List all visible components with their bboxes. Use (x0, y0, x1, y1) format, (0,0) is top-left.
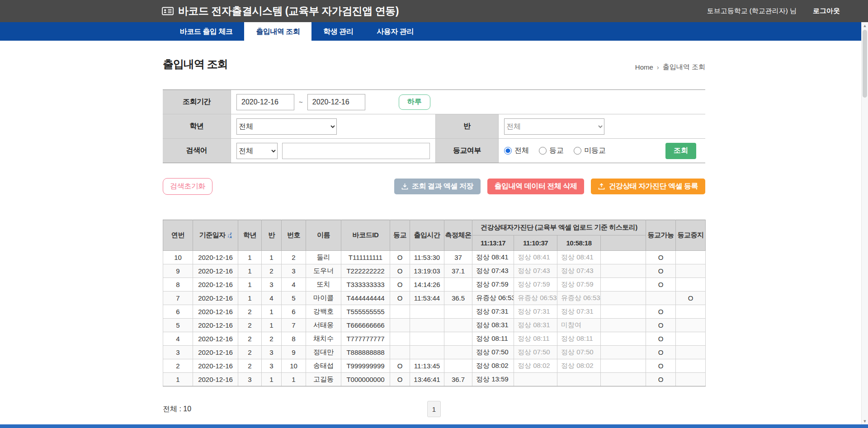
tab-access-history[interactable]: 출입내역 조회 (244, 22, 311, 41)
tab-student-mgmt[interactable]: 학생 관리 (311, 22, 365, 41)
cell-hist-2: 정상 07:43 (514, 264, 557, 278)
cell-no: 8 (163, 278, 193, 292)
cell-temp: 36.7 (444, 373, 472, 386)
health-excel-upload-button[interactable]: 건강상태 자가진단 엑셀 등록 (591, 179, 705, 194)
col-header-can-attend: 등교가능 (646, 220, 676, 251)
attendance-radio-present[interactable] (539, 147, 547, 155)
cell-hist-2: 유증상 06:53 (514, 292, 557, 305)
attendance-option-absent[interactable]: 미등교 (574, 146, 606, 155)
cell-barcode: T000000000 (341, 373, 390, 386)
cell-barcode: T666666666 (341, 319, 390, 332)
cell-grade: 1 (238, 278, 262, 292)
cell-no: 7 (163, 292, 193, 305)
cell-stop-attend (676, 373, 706, 386)
cell-hist-4 (601, 305, 646, 319)
logout-button[interactable]: 로그아웃 (813, 7, 840, 15)
cell-attend: O (390, 278, 410, 292)
cell-stop-attend (676, 346, 706, 359)
cell-grade: 3 (238, 373, 262, 386)
cell-class: 3 (262, 359, 282, 373)
scrollbar-down-arrow[interactable]: ▼ (862, 418, 868, 424)
cell-date: 2020-12-16 (193, 346, 238, 359)
cell-hist-3: 정상 08:02 (557, 359, 601, 373)
col-header-grade[interactable]: 학년 (238, 220, 262, 251)
cell-num: 1 (282, 373, 306, 386)
cell-name: 또치 (306, 278, 341, 292)
cell-hist-3: 미참여 (557, 319, 601, 332)
keyword-field: 전체 (231, 139, 435, 163)
scrollbar-thumb[interactable] (863, 30, 867, 98)
cell-num: 9 (282, 346, 306, 359)
pagination-page-1[interactable]: 1 (427, 401, 441, 417)
period-field: ~ 하루 (231, 90, 705, 114)
cell-name: 도우너 (306, 264, 341, 278)
cell-temp (444, 319, 472, 332)
cell-name: 고길동 (306, 373, 341, 386)
cell-hist-3: 정상 08:11 (557, 332, 601, 346)
download-icon (401, 183, 408, 190)
keyword-input[interactable] (282, 143, 430, 159)
attendance-radio-all[interactable] (504, 147, 512, 155)
scrollbar[interactable]: ▲ ▼ (861, 22, 868, 428)
cell-no: 4 (163, 332, 193, 346)
col-header-no: 연번 (163, 220, 193, 251)
cell-class: 3 (262, 278, 282, 292)
attendance-field: 전체 등교 미등교 조회 (499, 139, 705, 163)
cell-grade: 1 (238, 251, 262, 264)
attendance-option-present[interactable]: 등교 (539, 146, 564, 155)
keyword-type-select[interactable]: 전체 (236, 143, 278, 159)
cell-date: 2020-12-16 (193, 332, 238, 346)
cell-attend (390, 319, 410, 332)
cell-hist-4 (601, 319, 646, 332)
breadcrumb-home-link[interactable]: Home (635, 63, 653, 71)
cell-date: 2020-12-16 (193, 264, 238, 278)
cell-hist-4 (601, 332, 646, 346)
col-header-class[interactable]: 반 (262, 220, 282, 251)
search-button[interactable]: 조회 (665, 143, 696, 159)
cell-hist-2: 정상 08:02 (514, 359, 557, 373)
tab-barcode-check[interactable]: 바코드 출입 체크 (168, 22, 244, 41)
cell-no: 5 (163, 319, 193, 332)
cell-hist-1: 정상 08:31 (472, 319, 514, 332)
excel-save-button[interactable]: 조회 결과 엑셀 저장 (394, 179, 481, 194)
cell-num: 6 (282, 305, 306, 319)
cell-date: 2020-12-16 (193, 319, 238, 332)
reset-search-button[interactable]: 검색초기화 (163, 178, 212, 195)
cell-can-attend: O (646, 332, 676, 346)
date-from-input[interactable] (236, 94, 294, 110)
grade-label: 학년 (163, 114, 231, 138)
breadcrumb-current: 출입내역 조회 (663, 63, 705, 71)
cell-time: 11:13:45 (410, 359, 444, 373)
period-label: 조회기간 (163, 90, 231, 114)
cell-grade: 2 (238, 346, 262, 359)
date-to-input[interactable] (307, 94, 365, 110)
table-row: 7 2020-12-16 1 4 5 마이콜 T444444444 O 11:5… (163, 292, 706, 305)
cell-num: 7 (282, 319, 306, 332)
date-tilde: ~ (299, 98, 303, 106)
cell-grade: 1 (238, 292, 262, 305)
cell-hist-2 (514, 373, 557, 386)
tab-user-mgmt[interactable]: 사용자 관리 (365, 22, 425, 41)
attendance-option-all[interactable]: 전체 (504, 146, 529, 155)
cell-hist-1: 정상 07:50 (472, 346, 514, 359)
col-header-hist-time-1: 11:13:17 (472, 235, 514, 251)
class-select[interactable]: 전체 (504, 118, 604, 135)
attendance-radio-absent[interactable] (574, 147, 581, 155)
cell-num: 10 (282, 359, 306, 373)
cell-num: 8 (282, 332, 306, 346)
cell-hist-4 (601, 278, 646, 292)
col-header-health-group: 건강상태자가진단 (교육부 엑셀 업로드 기준 히스토리) (472, 220, 646, 235)
cell-date: 2020-12-16 (193, 305, 238, 319)
grade-field: 전체 (231, 114, 435, 138)
cell-name: 마이콜 (306, 292, 341, 305)
cell-barcode: T333333333 (341, 278, 390, 292)
col-header-name[interactable]: 이름 (306, 220, 341, 251)
scrollbar-up-arrow[interactable]: ▲ (862, 22, 868, 29)
delete-all-button[interactable]: 출입내역 데이터 전체 삭제 (487, 179, 584, 194)
upload-icon (598, 183, 605, 190)
one-day-button[interactable]: 하루 (399, 94, 430, 110)
grade-select[interactable]: 전체 (236, 118, 337, 135)
cell-can-attend: O (646, 373, 676, 386)
col-header-date-sort[interactable]: 기준일자 ↓ZA (193, 220, 238, 251)
col-header-num[interactable]: 번호 (282, 220, 306, 251)
